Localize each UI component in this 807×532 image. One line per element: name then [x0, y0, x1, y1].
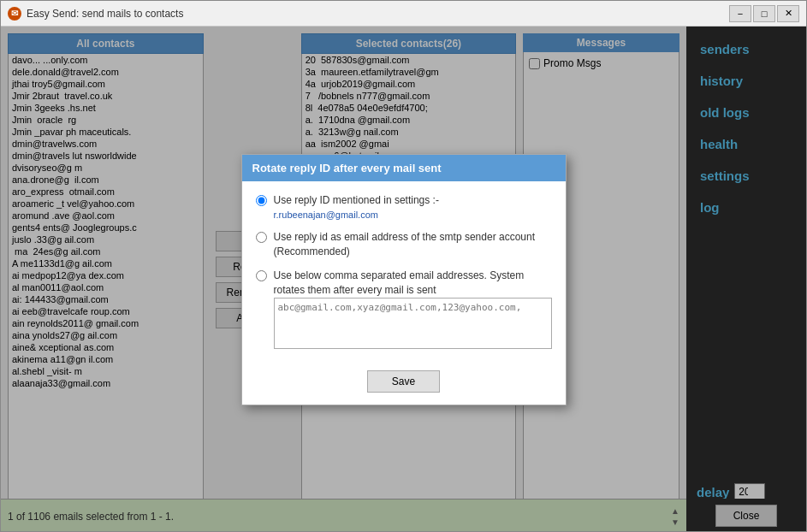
modal-save-button[interactable]: Save [367, 370, 440, 393]
radio-option-1-email: r.rubeenajan@gmail.com [274, 210, 439, 220]
radio-option-1[interactable]: Use reply ID mentioned in settings :- r.… [256, 193, 552, 220]
app-icon: ✉ [8, 7, 21, 21]
modal-body: Use reply ID mentioned in settings :- r.… [242, 181, 566, 364]
radio-option-1-input[interactable] [256, 195, 267, 206]
radio-option-3-label: Use below comma separated email addresse… [274, 269, 552, 298]
radio-option-2-label: Use reply id as email address of the smt… [274, 230, 552, 259]
titlebar: ✉ Easy Send: send mails to contacts − □ … [1, 1, 806, 27]
window-title: Easy Send: send mails to contacts [27, 8, 183, 20]
maximize-button[interactable]: □ [753, 5, 775, 22]
modal-footer: Save [242, 364, 566, 405]
radio-option-1-label: Use reply ID mentioned in settings :- [274, 193, 439, 208]
window-controls: − □ ✕ [729, 5, 799, 22]
radio-option-2[interactable]: Use reply id as email address of the smt… [256, 230, 552, 259]
titlebar-left: ✉ Easy Send: send mails to contacts [8, 7, 183, 21]
modal-header: Rotate reply ID after every mail sent [242, 155, 566, 181]
radio-option-3[interactable]: Use below comma separated email addresse… [256, 269, 552, 352]
minimize-button[interactable]: − [729, 5, 751, 22]
modal-overlay: Rotate reply ID after every mail sent Us… [1, 27, 806, 532]
main-content: All contacts davo... ...only.com dele.do… [1, 27, 806, 532]
close-window-button[interactable]: ✕ [777, 5, 799, 22]
comma-addresses-textarea[interactable] [274, 298, 552, 349]
rotate-reply-modal: Rotate reply ID after every mail sent Us… [241, 154, 567, 405]
radio-option-2-input[interactable] [256, 232, 267, 243]
radio-option-3-input[interactable] [256, 270, 267, 281]
